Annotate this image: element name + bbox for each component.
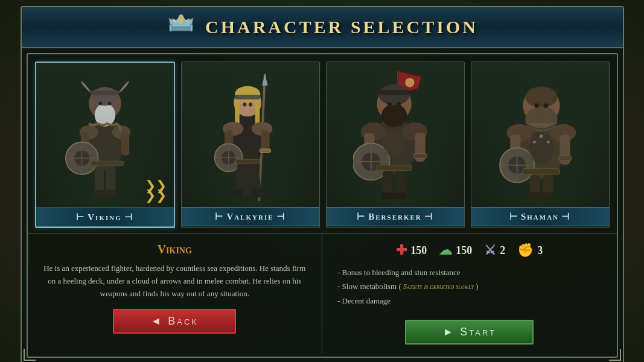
- corner-br: [609, 349, 621, 361]
- valkyrie-name: Valkyrie: [226, 212, 273, 221]
- svg-rect-1: [171, 27, 191, 31]
- corner-bl: [24, 349, 36, 361]
- valkyrie-image: [182, 62, 319, 207]
- characters-row: ❯❯❯❯ ⊢ Viking ⊣: [28, 54, 617, 233]
- shaman-name: Shaman: [521, 212, 559, 221]
- back-button-container: ◄ Back: [40, 309, 310, 334]
- start-button-label: Start: [460, 326, 496, 338]
- bonus-3: Decent damage: [334, 294, 605, 308]
- bonus-1: Bonus to bleeding and stun resistance: [334, 265, 605, 279]
- bottom-section: Viking He is an experienced fighter, har…: [28, 233, 617, 354]
- berserker-name-banner: ⊢ Berserker ⊣: [327, 207, 464, 226]
- main-container: Character Selection: [21, 6, 624, 362]
- shaman-name-banner: ⊢ Shaman ⊣: [471, 207, 609, 226]
- character-description: He is an experienced fighter, hardened b…: [40, 262, 310, 300]
- bonus-3-text: Decent damage: [342, 296, 391, 305]
- character-card-valkyrie[interactable]: ⊢ Valkyrie ⊣: [181, 62, 320, 228]
- stat-hp: ✚ 150: [396, 243, 427, 258]
- hp-value: 150: [410, 244, 427, 257]
- back-button[interactable]: ◄ Back: [113, 309, 236, 334]
- svg-point-6: [178, 14, 184, 24]
- valkyrie-name-banner: ⊢ Valkyrie ⊣: [182, 207, 319, 226]
- svg-rect-3: [190, 24, 193, 31]
- berserker-name: Berserker: [368, 212, 422, 221]
- viking-name: Viking: [88, 212, 121, 222]
- bonus-2-text: Slow metabolism ( Satiety is depleted sl…: [342, 282, 479, 291]
- stat-helm: ⚔ 2: [484, 243, 505, 258]
- back-button-label: Back: [168, 315, 199, 328]
- stats-panel: ✚ 150 ☁ 150 ⚔ 2 ✊ 3: [322, 233, 617, 354]
- hp-icon: ✚: [396, 243, 407, 258]
- shaman-image: [471, 62, 609, 207]
- bonus-1-text: Bonus to bleeding and stun resistance: [342, 268, 461, 277]
- bonus-2-italic: Satiety is depleted slowly: [403, 282, 474, 291]
- start-arrow-icon: ►: [442, 326, 455, 338]
- berserker-image: [327, 62, 464, 207]
- character-card-berserker[interactable]: ⊢ Berserker ⊣: [326, 62, 465, 228]
- start-button-container: ► Start: [334, 320, 605, 345]
- fist-icon: ✊: [517, 243, 534, 258]
- stat-food: ☁ 150: [439, 243, 472, 258]
- character-card-shaman[interactable]: ⊢ Shaman ⊣: [471, 62, 610, 228]
- selected-character-name: Viking: [40, 243, 310, 256]
- viking-helmet-icon: [166, 12, 196, 42]
- bonus-2: Slow metabolism ( Satiety is depleted sl…: [334, 279, 605, 294]
- helm-icon: ⚔: [484, 243, 496, 258]
- food-icon: ☁: [439, 243, 452, 258]
- character-detail-panel: Viking He is an experienced fighter, har…: [28, 233, 323, 354]
- character-card-viking[interactable]: ❯❯❯❯ ⊢ Viking ⊣: [35, 62, 175, 228]
- page-title: Character Selection: [205, 17, 478, 37]
- svg-rect-2: [170, 24, 172, 31]
- helm-value: 2: [500, 244, 505, 257]
- start-button[interactable]: ► Start: [405, 320, 534, 345]
- stat-fist: ✊ 3: [517, 243, 543, 258]
- selection-chevron: ❯❯❯❯: [145, 181, 167, 200]
- content-frame: ❯❯❯❯ ⊢ Viking ⊣: [27, 53, 618, 358]
- fist-value: 3: [537, 244, 543, 257]
- header: Character Selection: [22, 7, 623, 48]
- stats-row: ✚ 150 ☁ 150 ⚔ 2 ✊ 3: [334, 243, 605, 258]
- back-arrow-icon: ◄: [150, 315, 163, 328]
- viking-name-banner: ⊢ Viking ⊣: [36, 208, 174, 227]
- bonuses-list: Bonus to bleeding and stun resistance Sl…: [334, 265, 605, 308]
- food-value: 150: [456, 244, 472, 257]
